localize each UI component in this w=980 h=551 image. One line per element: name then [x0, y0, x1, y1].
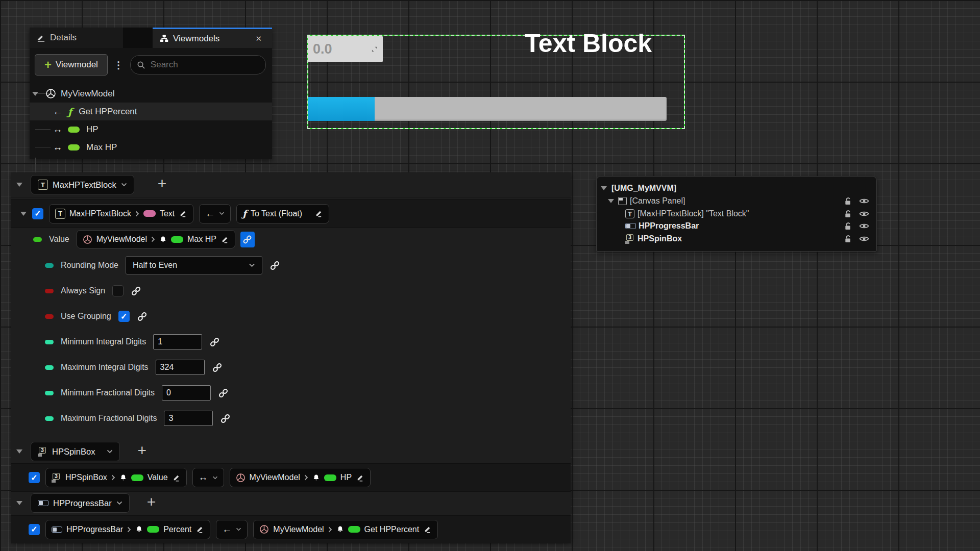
hierarchy-row-hpspinbox[interactable]: 3 HPSpinBox [597, 233, 876, 245]
binding-enabled-checkbox[interactable]: ✓ [29, 472, 40, 483]
widget-name: MaxHPTextBlock [69, 209, 131, 218]
conversion-function-chip[interactable]: ƒ To Text (Float) [236, 204, 329, 223]
chevron-right-icon [111, 474, 115, 481]
lock-icon[interactable] [844, 222, 852, 231]
widget-selector-hpspinbox[interactable]: 3 HPSpinBox [31, 442, 120, 461]
binding-direction-dropdown[interactable]: ↔ [192, 468, 224, 487]
edit-pencil-icon[interactable] [195, 525, 204, 534]
tree-row-max-hp[interactable]: ↔ Max HP [30, 138, 272, 156]
max-fractional-input[interactable] [164, 411, 213, 426]
chain-link-icon[interactable] [131, 286, 141, 296]
destination-chip[interactable]: T MaxHPTextBlock Text [49, 204, 193, 223]
edit-pencil-icon[interactable] [172, 473, 181, 482]
chain-link-icon[interactable] [212, 362, 223, 373]
always-sign-checkbox[interactable] [112, 285, 124, 296]
textblock-icon: T [625, 209, 634, 218]
one-way-arrow-icon: ← [51, 106, 64, 117]
hierarchy-row-maxhptextblock[interactable]: T [MaxHPTextBlock] "Text Block" [597, 208, 876, 220]
widget-selector-maxhptextblock[interactable]: T MaxHPTextBlock [31, 175, 134, 194]
hp-spinbox-widget[interactable]: 0.0 [308, 36, 383, 62]
spinbox-icon: 3 [52, 473, 61, 483]
search-input[interactable] [150, 59, 259, 70]
add-binding-icon[interactable]: + [147, 494, 156, 510]
binding-direction-dropdown[interactable]: ← [216, 520, 248, 539]
collapse-arrow-icon[interactable] [16, 449, 22, 454]
arg-row-use-grouping: Use Grouping ✓ [11, 304, 571, 329]
collapse-arrow-icon[interactable] [16, 183, 22, 187]
collapse-arrow-icon[interactable] [20, 212, 27, 216]
tree-row-get-hppercent[interactable]: ← ƒ Get HPPercent [30, 103, 272, 120]
value-source-chip[interactable]: MyViewModel Max HP [77, 230, 235, 248]
source-chip[interactable]: MyViewModel Get HPPercent [253, 520, 438, 539]
section-header-maxhptextblock: T MaxHPTextBlock + [11, 172, 571, 197]
lock-icon[interactable] [844, 197, 852, 206]
edit-pencil-icon[interactable] [179, 209, 187, 218]
collapse-arrow-icon[interactable] [608, 199, 614, 203]
options-menu-icon[interactable]: ⋮ [113, 59, 125, 71]
chevron-down-icon [219, 212, 225, 215]
destination-chip[interactable]: 3 HPSpinBox Value [45, 468, 187, 487]
chain-link-icon[interactable] [218, 388, 229, 398]
notify-bell-icon [159, 236, 167, 243]
add-viewmodel-button[interactable]: + Viewmodel [35, 54, 108, 76]
visibility-eye-icon[interactable] [859, 197, 869, 205]
min-integral-input[interactable] [153, 334, 202, 349]
visibility-eye-icon[interactable] [859, 222, 869, 230]
destination-chip[interactable]: HPProgressBar Percent [45, 520, 210, 539]
chevron-down-icon [107, 449, 113, 454]
close-icon[interactable]: ✕ [252, 33, 265, 44]
edit-pencil-icon[interactable] [220, 235, 229, 244]
plus-icon: + [44, 59, 52, 71]
hierarchy-row-hpprogressbar[interactable]: HPProgressBar [597, 220, 876, 232]
add-binding-icon[interactable]: + [158, 176, 167, 191]
tree-row-myviewmodel[interactable]: MyViewModel [30, 85, 272, 103]
property-name: Percent [163, 525, 191, 534]
chain-link-icon[interactable] [220, 413, 231, 424]
spinbox-value: 0.0 [313, 41, 332, 57]
chain-link-icon[interactable] [270, 260, 280, 271]
dropdown-value: Half to Even [133, 261, 177, 270]
tab-details[interactable]: Details [30, 28, 123, 48]
collapse-arrow-icon[interactable] [16, 501, 22, 505]
spinbox-icon: 3 [625, 234, 635, 244]
widget-name: HPSpinBox [65, 473, 107, 482]
int-pill-icon [45, 365, 54, 370]
arg-label: Minimum Integral Digits [61, 337, 146, 346]
widget-selector-hpprogressbar[interactable]: HPProgressBar [31, 493, 130, 513]
notify-bell-icon [312, 474, 320, 482]
lock-icon[interactable] [844, 235, 852, 243]
edit-pencil-icon[interactable] [356, 473, 364, 482]
binding-enabled-checkbox[interactable]: ✓ [29, 524, 40, 535]
collapse-arrow-icon[interactable] [32, 92, 38, 96]
bound-link-button[interactable] [240, 232, 255, 247]
chevron-right-icon [328, 527, 332, 533]
tree-row-hp[interactable]: ↔ HP [30, 120, 272, 138]
hierarchy-row-canvas-panel[interactable]: [Canvas Panel] [597, 195, 876, 207]
chain-link-icon[interactable] [209, 337, 220, 347]
chain-link-icon[interactable] [137, 311, 148, 322]
edit-pencil-icon[interactable] [423, 525, 432, 534]
viewmodel-sphere-icon [236, 473, 246, 483]
binding-direction-dropdown[interactable]: ← [199, 204, 231, 223]
rounding-mode-dropdown[interactable]: Half to Even [126, 256, 262, 274]
source-chip[interactable]: MyViewModel HP [230, 468, 371, 487]
tab-viewmodels[interactable]: Viewmodels ✕ [153, 28, 272, 48]
binding-enabled-checkbox[interactable]: ✓ [32, 208, 43, 219]
lock-icon[interactable] [844, 210, 852, 218]
visibility-eye-icon[interactable] [859, 235, 869, 242]
viewmodel-search[interactable] [130, 55, 266, 74]
edit-pencil-icon[interactable] [314, 209, 323, 218]
min-fractional-input[interactable] [162, 385, 211, 400]
arg-label: Use Grouping [61, 312, 111, 321]
max-integral-input[interactable] [156, 360, 205, 375]
visibility-eye-icon[interactable] [859, 210, 869, 217]
notify-bell-icon [336, 525, 344, 533]
int-pill-icon [45, 416, 54, 421]
text-block-widget[interactable]: Text Block [525, 29, 652, 58]
add-binding-icon[interactable]: + [137, 443, 146, 458]
use-grouping-checkbox[interactable]: ✓ [118, 311, 130, 322]
hierarchy-row-root[interactable]: [UMG_MyMVVM] [597, 182, 876, 194]
spinbox-icon: 3 [38, 447, 47, 457]
collapse-arrow-icon[interactable] [601, 186, 607, 190]
hp-progressbar-widget[interactable] [308, 97, 667, 121]
